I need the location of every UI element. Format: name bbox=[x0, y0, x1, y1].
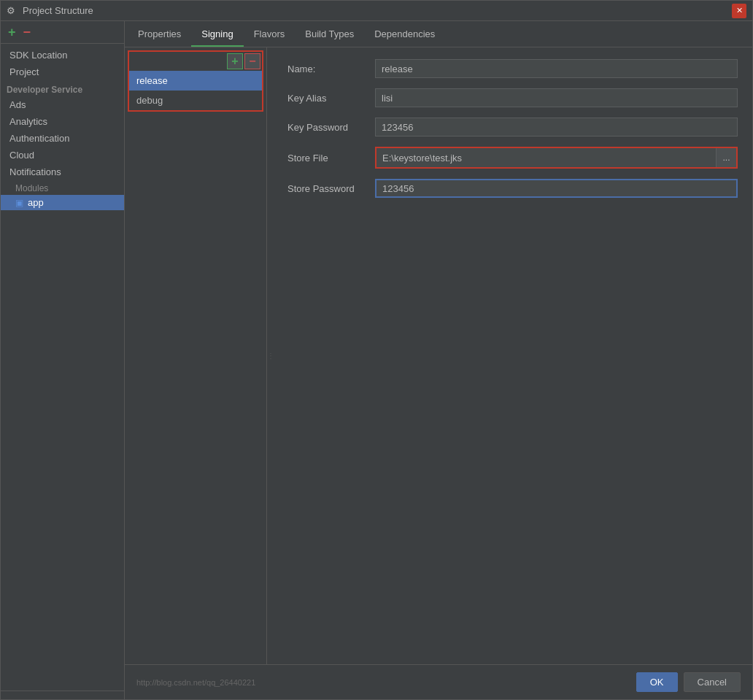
bottom-bar: http://blog.csdn.net/qq_26440221 OK Canc… bbox=[125, 664, 752, 699]
sidebar-item-ads[interactable]: Ads bbox=[1, 96, 124, 113]
signing-add-button[interactable]: + bbox=[227, 53, 243, 69]
window-title: Project Structure bbox=[23, 5, 93, 16]
title-bar: ⚙ Project Structure ✕ bbox=[1, 1, 752, 21]
tab-flavors[interactable]: Flavors bbox=[244, 23, 296, 47]
form-row-store-password: Store Password bbox=[287, 179, 738, 198]
app-module-icon: ▣ bbox=[15, 198, 23, 208]
sidebar-add-button[interactable]: + bbox=[7, 26, 18, 39]
watermark-text: http://blog.csdn.net/qq_26440221 bbox=[136, 678, 255, 687]
content-area: + − SDK Location Project Developer Servi… bbox=[1, 21, 752, 699]
store-file-input[interactable] bbox=[376, 148, 716, 167]
signing-list-header: + − bbox=[129, 52, 262, 71]
sidebar-scrollbar[interactable] bbox=[1, 691, 124, 699]
window-icon: ⚙ bbox=[7, 5, 18, 17]
sidebar-item-sdk-location[interactable]: SDK Location bbox=[1, 47, 124, 64]
form-row-store-file: Store File ... bbox=[287, 147, 738, 169]
form-row-key-alias: Key Alias bbox=[287, 88, 738, 107]
signing-item-release[interactable]: release bbox=[129, 71, 262, 91]
divider: ⋮ bbox=[267, 47, 273, 664]
project-structure-window: ⚙ Project Structure ✕ + − SDK Location P… bbox=[0, 0, 753, 700]
signing-area: + − release debug ⋮ Name: bbox=[125, 47, 752, 664]
divider-icon: ⋮ bbox=[267, 352, 273, 360]
title-bar-left: ⚙ Project Structure bbox=[7, 5, 93, 17]
store-file-wrapper: ... bbox=[375, 147, 738, 169]
modules-section-label: Modules bbox=[1, 180, 124, 195]
sidebar-item-analytics[interactable]: Analytics bbox=[1, 113, 124, 130]
store-password-label: Store Password bbox=[287, 183, 368, 194]
sidebar-item-app[interactable]: ▣ app bbox=[1, 195, 124, 210]
store-file-label: Store File bbox=[287, 153, 368, 164]
signing-item-debug[interactable]: debug bbox=[129, 91, 262, 110]
sidebar-item-notifications[interactable]: Notifications bbox=[1, 164, 124, 180]
sidebar-items-list: SDK Location Project Developer Service A… bbox=[1, 44, 124, 691]
ok-button[interactable]: OK bbox=[636, 672, 678, 692]
signing-remove-button[interactable]: − bbox=[244, 53, 260, 69]
signing-list-panel: + − release debug bbox=[125, 47, 267, 664]
signing-form-panel: Name: Key Alias Key Password bbox=[273, 47, 752, 664]
form-row-name: Name: bbox=[287, 59, 738, 78]
main-panel: Properties Signing Flavors Build Types D… bbox=[125, 21, 752, 699]
tabs-bar: Properties Signing Flavors Build Types D… bbox=[125, 21, 752, 47]
sidebar: + − SDK Location Project Developer Servi… bbox=[1, 21, 125, 699]
key-password-label: Key Password bbox=[287, 122, 368, 133]
signing-list-wrapper: + − release debug bbox=[128, 50, 263, 112]
form-row-key-password: Key Password bbox=[287, 118, 738, 136]
key-alias-label: Key Alias bbox=[287, 93, 368, 104]
tab-build-types[interactable]: Build Types bbox=[295, 23, 364, 47]
sidebar-section-developer-service: Developer Service bbox=[1, 80, 124, 96]
store-password-input[interactable] bbox=[375, 179, 738, 198]
sidebar-item-app-label: app bbox=[28, 197, 44, 208]
tab-properties[interactable]: Properties bbox=[128, 23, 191, 47]
cancel-button[interactable]: Cancel bbox=[684, 672, 741, 692]
sidebar-item-authentication[interactable]: Authentication bbox=[1, 130, 124, 147]
sidebar-remove-button[interactable]: − bbox=[22, 26, 33, 39]
close-button[interactable]: ✕ bbox=[732, 4, 746, 18]
tab-signing[interactable]: Signing bbox=[191, 23, 243, 47]
store-file-browse-button[interactable]: ... bbox=[716, 148, 736, 167]
name-input[interactable] bbox=[375, 59, 738, 78]
name-label: Name: bbox=[287, 64, 368, 74]
sidebar-item-project[interactable]: Project bbox=[1, 64, 124, 80]
sidebar-top-buttons: + − bbox=[1, 21, 124, 44]
sidebar-item-cloud[interactable]: Cloud bbox=[1, 147, 124, 164]
key-alias-input[interactable] bbox=[375, 88, 738, 107]
key-password-input[interactable] bbox=[375, 118, 738, 136]
tab-dependencies[interactable]: Dependencies bbox=[364, 23, 445, 47]
